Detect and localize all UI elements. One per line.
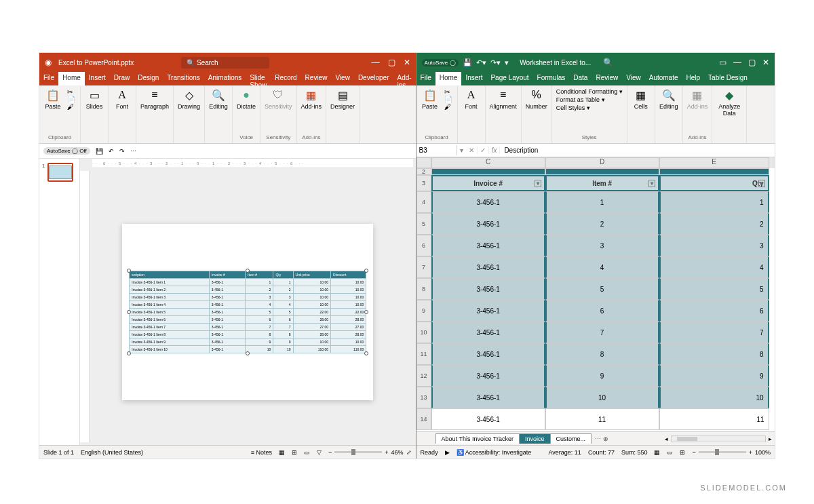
fx-enter-icon[interactable]: ✓ xyxy=(478,147,489,154)
save-icon[interactable]: 💾 xyxy=(96,148,103,155)
view-normal-icon[interactable]: ▦ xyxy=(279,449,285,456)
ex-tab-formulas[interactable]: Formulas xyxy=(533,72,570,85)
selection-handle[interactable] xyxy=(127,351,131,355)
cell-E10[interactable]: 7 xyxy=(659,322,769,343)
cell-E4[interactable]: 1 xyxy=(659,191,769,213)
ex-autosave-toggle[interactable]: AutoSave ◯ xyxy=(422,59,459,66)
selection-handle[interactable] xyxy=(246,351,250,355)
cell-C10[interactable]: 3-456-1 xyxy=(431,322,545,343)
ex-tab-table-design[interactable]: Table Design xyxy=(704,72,752,85)
cell-C2[interactable] xyxy=(431,168,545,175)
horizontal-scrollbar[interactable] xyxy=(671,435,766,442)
cell-E2[interactable] xyxy=(659,168,769,175)
cell-E12[interactable]: 9 xyxy=(659,365,769,387)
column-headers[interactable]: C D E xyxy=(416,157,775,168)
cell-D8[interactable]: 5 xyxy=(545,278,659,300)
row-13[interactable]: 133-456-11010 xyxy=(416,387,775,408)
row-10[interactable]: 103-456-177 xyxy=(416,322,775,343)
slides-button[interactable]: ▭Slides xyxy=(85,88,104,110)
col-D[interactable]: D xyxy=(545,157,659,168)
pp-min-icon[interactable]: — xyxy=(372,58,380,67)
cell-E7[interactable]: 4 xyxy=(659,256,769,278)
slide[interactable]: scriptionInvoice #Item #QtyUnit priceDis… xyxy=(122,224,373,400)
row-5[interactable]: 53-456-122 xyxy=(416,213,775,235)
save-icon[interactable]: 💾 xyxy=(463,58,472,67)
cell-D12[interactable]: 9 xyxy=(545,365,659,387)
cell-C4[interactable]: 3-456-1 xyxy=(431,191,545,213)
cell-D7[interactable]: 4 xyxy=(545,256,659,278)
ex-analyze-button[interactable]: ◆Analyze Data xyxy=(716,88,742,117)
pp-tab-review[interactable]: Review xyxy=(301,72,332,85)
selection-handle[interactable] xyxy=(364,269,368,273)
cell-C8[interactable]: 3-456-1 xyxy=(431,278,545,300)
cell-E9[interactable]: 6 xyxy=(659,300,769,322)
cell-D13[interactable]: 10 xyxy=(545,387,659,408)
undo-icon[interactable]: ↶ xyxy=(109,148,114,155)
fx-icon[interactable]: fx xyxy=(489,147,501,154)
autosave-toggle[interactable]: AutoSave ◯ Off xyxy=(43,147,90,155)
cell-D9[interactable]: 6 xyxy=(545,300,659,322)
cell-C6[interactable]: 3-456-1 xyxy=(431,235,545,256)
ex-number-button[interactable]: %Number xyxy=(526,88,547,110)
ex-styles-group[interactable]: Conditional Formatting ▾ Format as Table… xyxy=(556,88,623,111)
ex-max-icon[interactable]: ▢ xyxy=(748,58,756,67)
font-button[interactable]: AFont xyxy=(113,88,132,110)
row-2[interactable]: 2 xyxy=(416,168,775,175)
zoom-control[interactable]: − + 46% ⤢ xyxy=(328,449,412,456)
col-E[interactable]: E xyxy=(659,157,769,168)
cell-D10[interactable]: 7 xyxy=(545,322,659,343)
view-reading-icon[interactable]: ▭ xyxy=(304,449,310,456)
cell-E11[interactable]: 8 xyxy=(659,343,769,365)
cell-D6[interactable]: 3 xyxy=(545,235,659,256)
redo-icon[interactable]: ↷ xyxy=(119,148,125,155)
pp-tab-draw[interactable]: Draw xyxy=(110,72,134,85)
view-sorter-icon[interactable]: ⊞ xyxy=(292,449,297,456)
pp-tab-insert[interactable]: Insert xyxy=(85,72,110,85)
sheet-add-button[interactable]: ⋯ ⊕ xyxy=(591,434,613,444)
sensitivity-button[interactable]: 🛡Sensitivity xyxy=(265,88,292,110)
name-box[interactable]: B3 xyxy=(416,145,457,155)
cell-E3[interactable]: Qty▾ xyxy=(659,175,769,191)
paragraph-button[interactable]: ≡Paragraph xyxy=(140,88,169,110)
clipboard-extras[interactable]: ✂📄🖌 xyxy=(66,88,76,111)
cell-D11[interactable]: 8 xyxy=(545,343,659,365)
worksheet[interactable]: C D E 23Invoice #▾Item #▾Qty▾43-456-1115… xyxy=(416,157,775,431)
undo-icon[interactable]: ↶▾ xyxy=(476,58,486,67)
ex-tab-insert[interactable]: Insert xyxy=(461,72,486,85)
ex-close-icon[interactable]: ✕ xyxy=(762,58,769,67)
ex-alignment-button[interactable]: ≡Alignment xyxy=(490,88,517,110)
sheet-tab-custome-[interactable]: Custome... xyxy=(550,433,592,444)
cell-C14[interactable]: 3-456-1 xyxy=(431,408,545,430)
ex-zoom-control[interactable]: − + 100% xyxy=(692,449,771,456)
cell-C11[interactable]: 3-456-1 xyxy=(431,343,545,365)
notes-button[interactable]: ≡ Notes xyxy=(251,449,272,456)
pp-tab-developer[interactable]: Developer xyxy=(354,72,393,85)
view-slideshow-icon[interactable]: ▽ xyxy=(317,449,322,456)
status-macro-icon[interactable]: ▶ xyxy=(445,449,450,456)
cell-D2[interactable] xyxy=(545,168,659,175)
pp-tab-record[interactable]: Record xyxy=(271,72,301,85)
ex-tab-help[interactable]: Help xyxy=(682,72,705,85)
dictate-button[interactable]: ●Dictate xyxy=(237,88,256,110)
cell-C3[interactable]: Invoice #▾ xyxy=(431,175,545,191)
pp-tab-slide-show[interactable]: Slide Show xyxy=(246,72,271,85)
ex-tab-page-layout[interactable]: Page Layout xyxy=(486,72,532,85)
drawing-button[interactable]: ◇Drawing xyxy=(178,88,200,110)
cell-E5[interactable]: 2 xyxy=(659,213,769,235)
ex-paste-button[interactable]: 📋Paste xyxy=(421,88,440,110)
pp-tab-animations[interactable]: Animations xyxy=(204,72,246,85)
row-11[interactable]: 113-456-188 xyxy=(416,343,775,365)
status-accessibility[interactable]: ♿ Accessibility: Investigate xyxy=(457,449,532,456)
ex-tab-file[interactable]: File xyxy=(416,72,435,85)
ex-tab-data[interactable]: Data xyxy=(569,72,592,85)
view-normal-icon[interactable]: ▦ xyxy=(654,449,660,456)
fx-cancel-icon[interactable]: ✕ xyxy=(466,147,478,154)
pp-tab-design[interactable]: Design xyxy=(134,72,163,85)
cell-E13[interactable]: 10 xyxy=(659,387,769,408)
embedded-table[interactable]: scriptionInvoice #Item #QtyUnit priceDis… xyxy=(129,271,366,353)
ex-editing-button[interactable]: 🔍Editing xyxy=(659,88,678,110)
sheet-tab-invoice[interactable]: Invoice xyxy=(519,433,551,444)
ex-search-icon[interactable]: 🔍 xyxy=(603,58,613,67)
slide-thumb-1[interactable] xyxy=(47,163,73,182)
ex-tab-automate[interactable]: Automate xyxy=(645,72,682,85)
